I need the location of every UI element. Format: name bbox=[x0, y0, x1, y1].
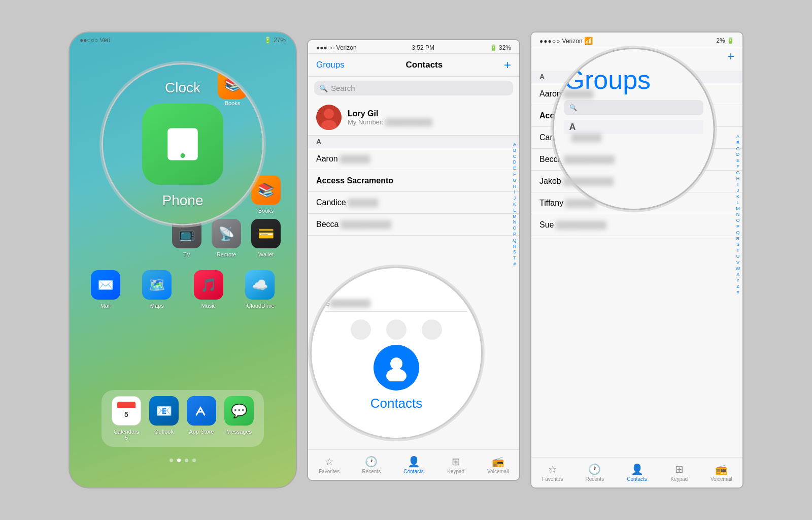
tab-favorites-3[interactable]: ☆ Favorites bbox=[531, 463, 573, 482]
carrier-2: ●●●○○ Verizon bbox=[316, 44, 357, 51]
contact-row-becca[interactable]: Becca ██████████ bbox=[308, 214, 519, 236]
remote-app[interactable]: 📡 Remote bbox=[212, 219, 241, 257]
voicemail-label-2: Voicemail bbox=[487, 469, 509, 474]
add-button-3[interactable]: + bbox=[727, 49, 734, 63]
battery-icon-1: 🔋 bbox=[264, 37, 272, 44]
add-contact-button[interactable]: + bbox=[504, 58, 511, 72]
books-app-label: Books bbox=[258, 208, 274, 214]
calendars5-icon: 5 bbox=[112, 396, 141, 426]
carrier-1: ●●○○○ Veri bbox=[80, 37, 110, 44]
magnifier-1: Clock 📚 Books Phone bbox=[101, 63, 264, 225]
dock: 5 Calendars 5 📧 Outlook App Store 💬 bbox=[101, 390, 264, 447]
svg-point-8 bbox=[386, 369, 407, 381]
icloud-icon: ☁️ bbox=[245, 270, 275, 300]
alpha-index-2: A B C D E F G H I J K L M N O P Q R S T … bbox=[511, 142, 518, 267]
status-bar-3: ●●●○○ Verizon 📶 2% 🔋 bbox=[531, 32, 742, 47]
contacts-nav-bar: Groups Contacts + bbox=[308, 54, 519, 77]
screenshot: ●●○○○ Veri 🔋 27% Clock 📚 Books bbox=[0, 0, 812, 520]
icloud-app[interactable]: ☁️ iCloudDrive bbox=[240, 270, 281, 309]
appstore-dock[interactable]: App Store bbox=[187, 396, 216, 441]
favorites-label-2: Favorites bbox=[319, 469, 340, 474]
wallet-app[interactable]: 💳 Wallet bbox=[251, 219, 281, 257]
carrier-3: ●●●○○ Verizon 📶 bbox=[539, 37, 593, 45]
home-row-middle: ✉️ Mail 🗺️ Maps 🎵 Music ☁️ iCloudDrive bbox=[70, 265, 296, 314]
p3-sue[interactable]: Sue ██████████ bbox=[531, 214, 742, 236]
search-icon-2: 🔍 bbox=[319, 84, 328, 92]
tab-contacts-3[interactable]: 👤 Contacts bbox=[616, 463, 658, 482]
appstore-icon bbox=[187, 396, 216, 426]
calendars5-dock[interactable]: 5 Calendars 5 bbox=[112, 396, 141, 441]
dot-4 bbox=[192, 459, 196, 462]
remote-label: Remote bbox=[217, 251, 236, 257]
contact-name-candice: Candice bbox=[316, 198, 346, 207]
outlook-dock[interactable]: 📧 Outlook bbox=[149, 396, 179, 441]
tab-voicemail-3[interactable]: 📻 Voicemail bbox=[700, 463, 742, 482]
section-a-big: A bbox=[564, 120, 703, 134]
time-2: 3:52 PM bbox=[412, 44, 434, 51]
phone-label-big: Phone bbox=[162, 192, 204, 209]
dot-1 bbox=[170, 459, 173, 462]
keypad-icon-2: ⊞ bbox=[452, 456, 460, 468]
books-app[interactable]: 📚 Books bbox=[251, 175, 281, 214]
page-dots bbox=[170, 459, 196, 462]
contacts-icon-3: 👤 bbox=[631, 463, 644, 475]
appstore-label: App Store bbox=[189, 429, 214, 435]
magnifier-3: Groups 🔍 A bbox=[553, 48, 715, 210]
recents-label-3: Recents bbox=[585, 476, 604, 482]
wallet-label: Wallet bbox=[258, 251, 274, 257]
messages-icon: 💬 bbox=[224, 396, 254, 426]
svg-point-7 bbox=[390, 358, 402, 370]
my-avatar bbox=[316, 105, 342, 130]
status-bar-1: ●●○○○ Veri 🔋 27% bbox=[70, 32, 296, 46]
keypad-label-3: Keypad bbox=[670, 476, 688, 482]
contact-name-access-sacramento: Access Sacramento bbox=[316, 176, 393, 185]
groups-button[interactable]: Groups bbox=[316, 60, 345, 70]
maps-label: Maps bbox=[150, 303, 164, 309]
tab-keypad-2[interactable]: ⊞ Keypad bbox=[435, 456, 477, 474]
tab-favorites-2[interactable]: ☆ Favorites bbox=[308, 456, 350, 474]
voicemail-icon-3: 📻 bbox=[715, 463, 728, 475]
wallet-icon: 💳 bbox=[251, 219, 281, 248]
books-label: Books bbox=[218, 100, 247, 106]
my-contact-profile[interactable]: Lory Gil My Number: ██████████ bbox=[308, 100, 519, 136]
search-bar-2[interactable]: 🔍 Search bbox=[314, 81, 513, 95]
contact-row-aaron[interactable]: Aaron ██████ bbox=[308, 148, 519, 170]
appletv-label: TV bbox=[183, 251, 190, 257]
music-icon: 🎵 bbox=[194, 270, 223, 300]
music-app[interactable]: 🎵 Music bbox=[188, 270, 229, 309]
mail-app[interactable]: ✉️ Mail bbox=[85, 270, 126, 309]
voicemail-label-3: Voicemail bbox=[710, 476, 732, 482]
dot-3 bbox=[185, 459, 188, 462]
contact-name-becca: Becca bbox=[316, 220, 339, 229]
contact-row-candice[interactable]: Candice ██████ bbox=[308, 192, 519, 214]
contact-last-becca: ██████████ bbox=[341, 220, 391, 229]
svg-rect-2 bbox=[117, 405, 136, 408]
tab-voicemail-2[interactable]: 📻 Voicemail bbox=[477, 456, 519, 474]
status-bar-2: ●●●○○ Verizon 3:52 PM 🔋 32% bbox=[308, 40, 519, 54]
groups-search-icon: 🔍 bbox=[569, 104, 577, 111]
magnifier-2-inner: S ████████ Contacts bbox=[325, 295, 467, 411]
maps-icon: 🗺️ bbox=[142, 270, 172, 300]
contacts-title: Contacts bbox=[406, 60, 443, 70]
mail-icon: ✉️ bbox=[91, 270, 120, 300]
phone-icon-big[interactable] bbox=[142, 104, 223, 185]
music-label: Music bbox=[201, 303, 216, 309]
keypad-icon-3: ⊞ bbox=[675, 463, 684, 475]
contact-last-candice: ██████ bbox=[348, 199, 379, 207]
favorites-label-3: Favorites bbox=[542, 476, 563, 482]
my-contact-name: Lory Gil bbox=[348, 109, 511, 118]
books-icon[interactable]: 📚 bbox=[218, 70, 247, 99]
remote-icon: 📡 bbox=[212, 219, 241, 248]
panel3-groups: ●●●○○ Verizon 📶 2% 🔋 + Groups 🔍 A A Aaro… bbox=[530, 31, 743, 489]
tab-recents-3[interactable]: 🕐 Recents bbox=[573, 463, 616, 482]
tab-contacts-2[interactable]: 👤 Contacts bbox=[392, 456, 434, 474]
magnifier2-contacts-label: Contacts bbox=[370, 396, 423, 411]
contact-row-access-sacramento[interactable]: Access Sacramento bbox=[308, 170, 519, 192]
tab-recents-2[interactable]: 🕐 Recents bbox=[350, 456, 392, 474]
tab-bar-3: ☆ Favorites 🕐 Recents 👤 Contacts ⊞ Keypa… bbox=[531, 457, 742, 488]
maps-app[interactable]: 🗺️ Maps bbox=[137, 270, 178, 309]
outlook-label: Outlook bbox=[154, 429, 174, 435]
contacts-label-3: Contacts bbox=[627, 476, 647, 482]
tab-keypad-3[interactable]: ⊞ Keypad bbox=[658, 463, 700, 482]
messages-dock[interactable]: 💬 Messages bbox=[224, 396, 254, 441]
